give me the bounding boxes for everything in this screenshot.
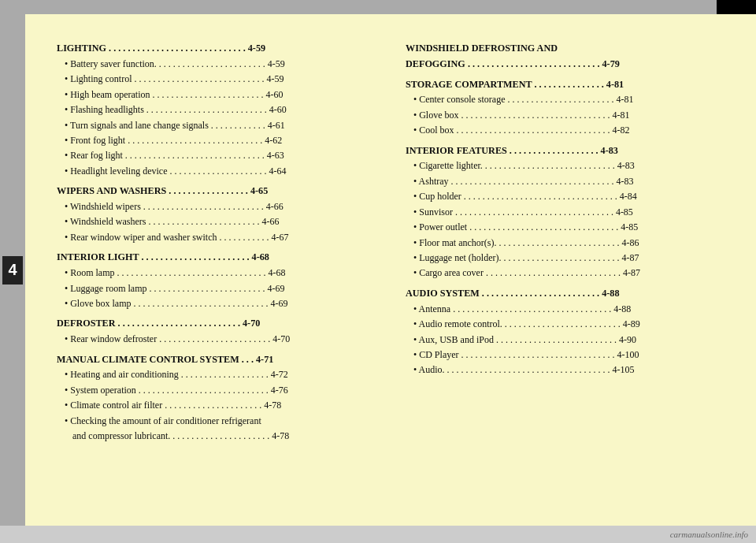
list-item: and compressor lubricant. . . . . . . . … xyxy=(57,429,382,444)
list-item: • Cigarette lighter. . . . . . . . . . .… xyxy=(406,158,731,173)
list-item: • Audio remote control. . . . . . . . . … xyxy=(406,317,731,332)
list-item: • Front fog light . . . . . . . . . . . … xyxy=(57,133,382,148)
list-item: • Climate control air filter . . . . . .… xyxy=(57,398,382,413)
list-item: • Audio. . . . . . . . . . . . . . . . .… xyxy=(406,363,731,377)
list-item: DEFROSTER . . . . . . . . . . . . . . . … xyxy=(57,316,382,332)
list-item: • Checking the amount of air conditioner… xyxy=(57,414,382,429)
list-item: • Power outlet . . . . . . . . . . . . .… xyxy=(406,220,731,235)
list-item: • Heating and air conditioning . . . . .… xyxy=(57,367,382,382)
list-item: • Glove box . . . . . . . . . . . . . . … xyxy=(406,108,731,123)
list-item: INTERIOR LIGHT . . . . . . . . . . . . .… xyxy=(57,250,382,266)
list-item: • Windshield wipers . . . . . . . . . . … xyxy=(57,199,382,214)
list-item: • Windshield washers . . . . . . . . . .… xyxy=(57,214,382,229)
list-item: • High beam operation . . . . . . . . . … xyxy=(57,87,382,102)
list-item: LIGHTING . . . . . . . . . . . . . . . .… xyxy=(57,41,382,57)
list-item: WIPERS AND WASHERS . . . . . . . . . . .… xyxy=(57,184,382,199)
bottom-bar: carmanualsonline.info xyxy=(0,526,756,543)
list-item: • Turn signals and lane change signals .… xyxy=(57,118,382,133)
list-item: • Glove box lamp . . . . . . . . . . . .… xyxy=(57,296,382,311)
list-item: MANUAL CLIMATE CONTROL SYSTEM . . . 4-71 xyxy=(57,352,382,368)
left-column: LIGHTING . . . . . . . . . . . . . . . .… xyxy=(57,36,382,510)
watermark-text: carmanualsonline.info xyxy=(670,530,748,539)
list-item: • Lighting control . . . . . . . . . . .… xyxy=(57,72,382,87)
list-item: • CD Player . . . . . . . . . . . . . . … xyxy=(406,348,731,363)
list-item: • Luggage room lamp . . . . . . . . . . … xyxy=(57,281,382,296)
list-item: • Cup holder . . . . . . . . . . . . . .… xyxy=(406,189,731,204)
list-item: WINDSHIELD DEFROSTING AND xyxy=(406,41,731,57)
list-item: DEFOGGING . . . . . . . . . . . . . . . … xyxy=(406,57,731,73)
list-item: INTERIOR FEATURES . . . . . . . . . . . … xyxy=(406,143,731,159)
list-item: • Cool box . . . . . . . . . . . . . . .… xyxy=(406,123,731,138)
list-item: • Room lamp . . . . . . . . . . . . . . … xyxy=(57,266,382,281)
list-item: • Sunvisor . . . . . . . . . . . . . . .… xyxy=(406,205,731,220)
list-item: • Rear window defroster . . . . . . . . … xyxy=(57,332,382,347)
main-content: LIGHTING . . . . . . . . . . . . . . . .… xyxy=(25,14,756,526)
top-bar xyxy=(0,0,756,14)
list-item: • Rear window wiper and washer switch . … xyxy=(57,230,382,245)
right-column: WINDSHIELD DEFROSTING ANDDEFOGGING . . .… xyxy=(406,36,731,510)
list-item: • Battery saver function. . . . . . . . … xyxy=(57,57,382,72)
list-item: • Ashtray . . . . . . . . . . . . . . . … xyxy=(406,174,731,189)
list-item: • Floor mat anchor(s). . . . . . . . . .… xyxy=(406,236,731,251)
list-item: • Cargo area cover . . . . . . . . . . .… xyxy=(406,266,731,281)
list-item: • Antenna . . . . . . . . . . . . . . . … xyxy=(406,302,731,317)
left-tab: 4 xyxy=(0,14,25,526)
list-item: AUDIO SYSTEM . . . . . . . . . . . . . .… xyxy=(406,286,731,302)
tab-number: 4 xyxy=(2,256,23,285)
list-item: • Headlight leveling device . . . . . . … xyxy=(57,164,382,179)
list-item: • Rear fog light . . . . . . . . . . . .… xyxy=(57,148,382,163)
list-item: • System operation . . . . . . . . . . .… xyxy=(57,383,382,398)
page-container: 4 LIGHTING . . . . . . . . . . . . . . .… xyxy=(0,0,756,543)
list-item: • Center console storage . . . . . . . .… xyxy=(406,92,731,107)
list-item: • Flashing headlights . . . . . . . . . … xyxy=(57,102,382,117)
list-item: • Luggage net (holder). . . . . . . . . … xyxy=(406,251,731,266)
list-item: • Aux, USB and iPod . . . . . . . . . . … xyxy=(406,333,731,348)
list-item: STORAGE COMPARTMENT . . . . . . . . . . … xyxy=(406,77,731,93)
